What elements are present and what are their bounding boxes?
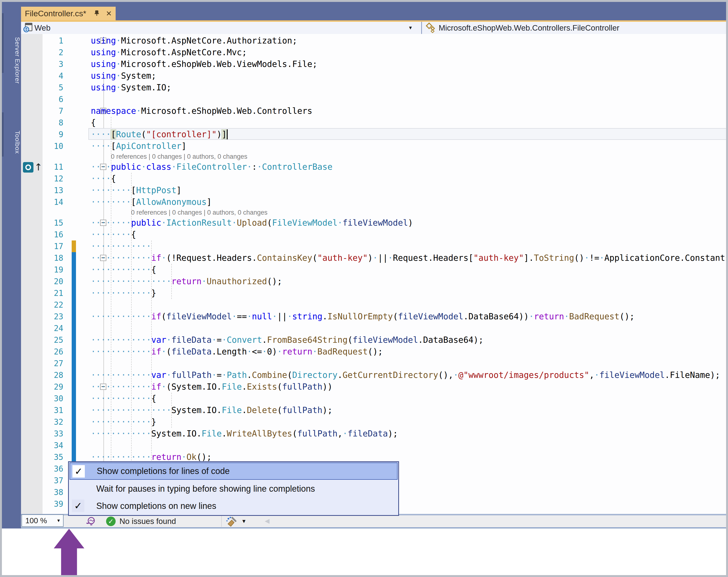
line-number: 12 [44, 173, 63, 184]
line-number: 5 [44, 82, 63, 94]
code-line[interactable]: ············var·fileData·=·Convert.FromB… [91, 334, 484, 346]
document-tab-bar [21, 2, 726, 20]
reference-glyph-icon[interactable]: ↑ [23, 161, 43, 173]
issues-status[interactable]: ✓ No issues found [106, 515, 176, 527]
line-number: 23 [44, 311, 63, 322]
chevron-down-icon[interactable]: ▼ [408, 25, 413, 31]
chevron-down-icon[interactable]: ▼ [241, 518, 246, 524]
sidebar-item-toolbox[interactable]: Toolbox [2, 112, 21, 172]
zoom-level-value: 100 % [25, 516, 47, 525]
code-line[interactable]: using·System.IO; [91, 82, 171, 94]
code-line[interactable]: { [91, 117, 96, 129]
code-line[interactable]: ············{ [91, 393, 156, 404]
code-line[interactable]: ············ [91, 241, 151, 252]
line-number: 1 [44, 35, 63, 47]
side-tool-strip: Server Explorer Toolbox [2, 2, 21, 528]
line-number: 4 [44, 70, 63, 82]
line-number: 8 [44, 117, 63, 129]
code-line[interactable]: ············{ [91, 264, 156, 276]
line-number: 19 [44, 264, 63, 276]
line-number: 7 [44, 105, 63, 117]
code-line[interactable]: ············if·(fileData.Length·<=·0)·re… [91, 346, 383, 357]
track-changes-unsaved-bar [72, 241, 76, 252]
code-line[interactable]: using·Microsoft.eShopWeb.Web.ViewModels.… [91, 58, 317, 70]
line-number: 38 [44, 486, 63, 498]
line-number: 25 [44, 334, 63, 346]
code-line[interactable]: using·Microsoft.AspNetCore.Authorization… [91, 35, 297, 47]
line-number: 34 [44, 440, 63, 451]
code-line[interactable]: ············if(fileViewModel·==·null·||·… [91, 311, 634, 322]
close-icon[interactable]: ✕ [106, 10, 112, 17]
code-line[interactable]: ········{ [91, 229, 136, 241]
intellicode-icon[interactable] [85, 516, 96, 528]
issues-ok-icon: ✓ [106, 517, 115, 526]
line-number: 20 [44, 276, 63, 287]
line-number: 26 [44, 346, 63, 357]
code-line[interactable]: ········[AllowAnonymous] [91, 196, 212, 208]
class-icon [425, 22, 436, 34]
line-number: 32 [44, 416, 63, 428]
member-dropdown[interactable]: Microsoft.eShopWeb.Web.Controllers.FileC… [421, 22, 726, 34]
zoom-level-combobox[interactable]: 100 % ▼ [22, 515, 63, 527]
line-number: 15 [44, 217, 63, 229]
line-number: 22 [44, 299, 63, 311]
pin-icon[interactable] [93, 9, 100, 18]
line-number: 16 [44, 229, 63, 241]
code-line[interactable]: ················System.IO.File.Delete(fu… [91, 404, 333, 416]
line-number: 36 [44, 463, 63, 475]
code-line[interactable]: ········[HttpPost] [91, 184, 181, 196]
tab-filecontroller[interactable]: FileController.cs* ✕ [20, 7, 115, 20]
code-line[interactable]: ············if·(System.IO.File.Exists(fu… [91, 381, 333, 393]
check-icon: ✓ [72, 465, 85, 478]
menu-item-label: Show completions for lines of code [97, 466, 230, 476]
code-line[interactable]: ············} [91, 287, 156, 299]
codelens-info[interactable]: 0 references | 0 changes | 0 authors, 0 … [131, 208, 267, 217]
intellicode-options-popup: ✓ Show completions for lines of code Wai… [68, 461, 399, 516]
line-number: 35 [44, 451, 63, 463]
menu-item-show-completions-lines[interactable]: ✓ Show completions for lines of code [70, 462, 397, 480]
glyph-margin [21, 34, 43, 514]
sidebar-item-server-explorer[interactable]: Server Explorer [2, 15, 21, 106]
code-editor[interactable]: ↑ 1using·Microsoft.AspNetCore.Authorizat… [21, 34, 726, 514]
navigation-bar: Web ▼ Microsoft.eShopWeb.Web.Controllers… [21, 22, 726, 35]
code-line[interactable]: using·System; [91, 70, 156, 82]
code-line[interactable]: namespace·Microsoft.eShopWeb.Web.Control… [91, 105, 312, 117]
code-line[interactable]: ················return·Unauthorized(); [91, 276, 282, 287]
line-number: 30 [44, 393, 63, 404]
line-number: 21 [44, 287, 63, 299]
menu-item-wait-for-pauses[interactable]: Wait for pauses in typing before showing… [70, 480, 397, 497]
line-number: 24 [44, 322, 63, 334]
code-line[interactable]: ····{ [91, 173, 116, 184]
line-number: 3 [44, 58, 63, 70]
line-number: 28 [44, 369, 63, 381]
menu-item-label: Wait for pauses in typing before showing… [96, 484, 315, 494]
menu-item-show-completions-new-lines[interactable]: ✓ Show completions on new lines [70, 497, 397, 515]
code-line[interactable]: ············var·fullPath·=·Path.Combine(… [91, 369, 720, 381]
line-number: 33 [44, 428, 63, 440]
code-line[interactable]: ············if·(!Request.Headers.Contain… [91, 252, 726, 264]
scroll-left-icon[interactable]: ◀ [265, 517, 269, 525]
line-number: 14 [44, 196, 63, 208]
check-icon: ✓ [72, 500, 84, 512]
text-caret [227, 129, 228, 139]
line-number: 9 [44, 129, 63, 140]
code-line[interactable]: ····[Route("[controller]")] [91, 129, 227, 140]
code-line[interactable]: using·Microsoft.AspNetCore.Mvc; [91, 47, 247, 58]
line-number: 29 [44, 381, 63, 393]
chevron-down-icon: ▼ [56, 518, 61, 523]
track-changes-saved-bar [72, 252, 76, 463]
line-number: 13 [44, 184, 63, 196]
member-dropdown-label: Microsoft.eShopWeb.Web.Controllers.FileC… [439, 23, 619, 32]
tab-title: FileController.cs* [25, 9, 86, 18]
web-project-icon [23, 22, 33, 34]
issues-status-label: No issues found [120, 517, 176, 526]
project-dropdown[interactable]: Web ▼ [21, 22, 420, 34]
code-line[interactable]: ········public·IActionResult·Upload(File… [91, 217, 413, 229]
codelens-info[interactable]: 0 references | 0 changes | 0 authors, 0 … [111, 152, 247, 161]
code-line[interactable]: ····public·class·FileController·:·Contro… [91, 161, 333, 173]
code-line[interactable]: ············} [91, 416, 156, 428]
line-number: 31 [44, 404, 63, 416]
code-line[interactable]: ············System.IO.File.WriteAllBytes… [91, 428, 398, 440]
project-dropdown-label: Web [34, 23, 50, 32]
code-line[interactable]: ····[ApiController] [91, 140, 186, 152]
